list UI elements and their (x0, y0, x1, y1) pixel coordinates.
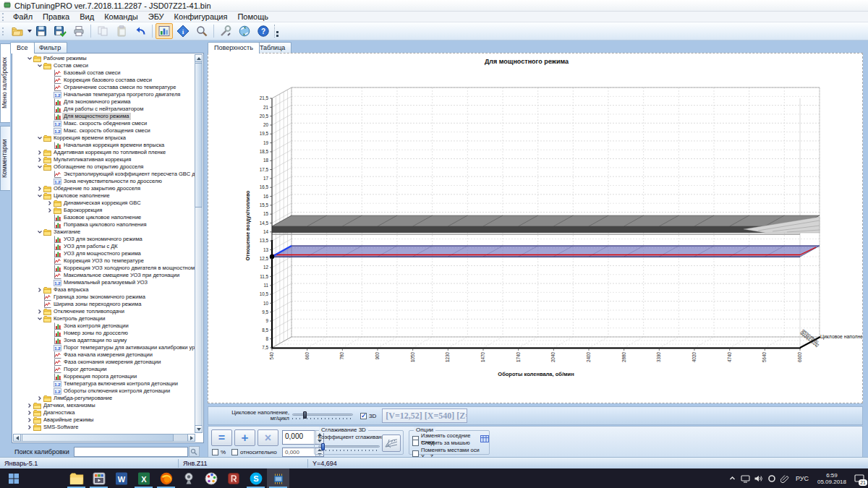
percent-checkbox[interactable] (212, 449, 218, 455)
expand-icon[interactable] (26, 417, 33, 423)
tree-item-label[interactable]: Аварийные режимы (42, 416, 95, 424)
tree-item[interactable]: Обеднение по закрытию дросселя (13, 185, 195, 192)
tree-item[interactable]: 1.2Макс. скорость обогащения смеси (13, 127, 195, 134)
tree-item-label[interactable]: Зажигание (52, 228, 82, 236)
scroll-thumb[interactable] (22, 434, 174, 442)
tree-item[interactable]: Рабочие режимы (13, 55, 195, 62)
menu-item-6[interactable]: Конфигурация (169, 12, 233, 21)
grid-table-icon[interactable] (480, 432, 489, 445)
tree-item-label[interactable]: Лямбда-регулирование (52, 395, 114, 402)
tree-item-label[interactable]: Состав смеси (52, 62, 90, 69)
firefox-icon[interactable] (155, 468, 177, 488)
explorer-icon[interactable] (65, 468, 88, 488)
tree-item-label[interactable]: Температура включения контроля детонации (62, 380, 179, 388)
tree-item[interactable]: Коррекция УОЗ по температуре (13, 257, 195, 265)
print-icon[interactable] (70, 23, 88, 39)
tree-item[interactable]: Обогащение по открытию дросселя (13, 163, 195, 171)
tree-item[interactable]: Граница зоны экономичного режима (13, 294, 195, 301)
side-tab-calibration-menu[interactable]: Меню калибровок (0, 43, 10, 123)
excel-icon[interactable]: X (132, 468, 155, 488)
tree-item-label[interactable]: Коррекция времени впрыска (52, 134, 127, 142)
tree-item[interactable]: Динамическая коррекция GBC (13, 200, 195, 207)
collapse-icon[interactable] (36, 63, 43, 69)
tree-item[interactable]: Датчики, механизмы (13, 402, 195, 409)
tree-item-label[interactable]: УОЗ для мощностного режима (62, 250, 142, 257)
tree-item[interactable]: SMS-Software (13, 424, 195, 431)
tab-surface[interactable]: Поверхность (208, 42, 260, 53)
tree-item-label[interactable]: Порог температуры для активизации калибр… (62, 344, 195, 351)
tree-item[interactable]: Фаза впрыска (13, 286, 195, 294)
undo-icon[interactable] (132, 23, 149, 39)
tree-item[interactable]: Порог детонации (13, 366, 195, 373)
tree-item[interactable]: УОЗ для мощностного режима (13, 250, 195, 257)
menu-item-2[interactable]: Правка (38, 12, 75, 21)
tree-item-label[interactable]: Обеднение по закрытию дросселя (52, 185, 142, 192)
open-dropdown-icon[interactable] (27, 30, 32, 33)
zoom-icon[interactable] (193, 23, 210, 39)
info-icon[interactable]: i (174, 23, 192, 39)
expand-icon[interactable] (36, 395, 43, 401)
tree-item-label[interactable]: Макс. скорость обогащения смеси (62, 127, 152, 134)
tree-item-label[interactable]: Коррекция порога детонации (62, 373, 138, 380)
tree-item-label[interactable]: Мультипликативная коррекция (52, 156, 132, 163)
tree-item-label[interactable]: Диагностика (42, 409, 76, 416)
tree-item-label[interactable]: Фаза начала измерения детонации (62, 351, 154, 359)
3d-checkbox[interactable] (360, 413, 367, 419)
scroll-right-icon[interactable] (187, 434, 195, 442)
smoothing-slider[interactable] (318, 442, 380, 453)
tab-all[interactable]: Все (10, 42, 35, 53)
fill-slider-thumb[interactable] (303, 411, 307, 419)
tree-item[interactable]: Коррекция времени впрыска (13, 134, 195, 142)
tree-item-label[interactable]: Номер зоны по дросселю (62, 330, 129, 337)
tree-item-label[interactable]: Порог детонации (62, 366, 109, 373)
tree-item[interactable]: Контроль детонации (13, 315, 195, 322)
add-button[interactable]: + (234, 429, 255, 446)
tree-item[interactable]: УОЗ для работы с ДК (13, 243, 195, 250)
menu-item-4[interactable]: Команды (99, 12, 143, 21)
collapse-icon[interactable] (36, 229, 43, 235)
expand-icon[interactable] (26, 410, 33, 416)
help-icon[interactable]: ? (255, 23, 272, 39)
tree-item-label[interactable]: Базовое цикловое наполнение (62, 214, 142, 221)
tree-item-label[interactable]: Аддитивная коррекция по топливной пленке (52, 149, 167, 156)
fill-slider[interactable] (292, 411, 353, 421)
tree-item-label[interactable]: Коррекция УОЗ по температуре (62, 257, 145, 265)
expand-icon[interactable] (46, 200, 54, 206)
clip-icon[interactable] (778, 468, 791, 488)
tree-item[interactable]: 1.2Порог температуры для активизации кал… (13, 344, 195, 351)
tree-item-label[interactable]: Ограничение состава смеси по температуре (62, 84, 177, 91)
tree-item-label[interactable]: Фаза окончания измерения детонации (62, 359, 162, 366)
tree-item[interactable]: Максимальное смещение УОЗ при детонации (13, 272, 195, 279)
scroll-up-icon[interactable] (195, 54, 203, 62)
smoothing-slider-thumb[interactable] (321, 443, 325, 450)
tree-item[interactable]: 1.2Макс. скорость обеднения смеси (13, 120, 195, 127)
tree-item-label[interactable]: SMS-Software (42, 424, 80, 431)
tree-item-label[interactable]: Начальная коррекция времени впрыска (62, 142, 166, 149)
scroll-left-icon[interactable] (13, 434, 21, 442)
collapse-icon[interactable] (36, 316, 43, 322)
expand-icon[interactable] (36, 309, 43, 314)
tree-item-label[interactable]: Фаза впрыска (52, 286, 90, 294)
tree-item[interactable]: Начальная коррекция времени впрыска (13, 142, 195, 149)
tree-item-label[interactable]: Зона контроля детонации (62, 322, 130, 330)
notification-icon[interactable]: 21 (851, 468, 868, 488)
tree-item-label[interactable]: Начальная температура прогретого двигате… (62, 91, 182, 98)
tree-item[interactable]: Ширина зоны переходного режима (13, 301, 195, 308)
toolbar-overflow[interactable] (274, 25, 280, 38)
clock[interactable]: 6:59 05.09.2018 (813, 472, 851, 485)
tree-item-label[interactable]: Для работы с нейтрализатором (62, 106, 145, 113)
tree-vertical-scrollbar[interactable] (195, 54, 203, 433)
tree-item[interactable]: Поправка циклового наполнения (13, 221, 195, 228)
mesh-surface-icon[interactable] (382, 435, 401, 452)
expand-icon[interactable] (26, 424, 33, 430)
tree-item-label[interactable]: Зона нечувствительности по дросселю (62, 178, 163, 185)
charts-icon[interactable] (156, 23, 173, 39)
tree-item[interactable]: Лямбда-регулирование (13, 395, 195, 402)
save-as-icon[interactable] (51, 23, 69, 39)
tree-item-label[interactable]: Рабочие режимы (42, 55, 88, 62)
relative-checkbox[interactable] (231, 449, 238, 455)
tree-item-label[interactable]: УОЗ для работы с ДК (62, 243, 119, 250)
tree-item[interactable]: 1.2Минимальный реализуемый УОЗ (13, 279, 195, 286)
tree-item-label[interactable]: Динамическая коррекция GBC (62, 200, 142, 207)
tree-item[interactable]: Состав смеси (13, 62, 195, 69)
